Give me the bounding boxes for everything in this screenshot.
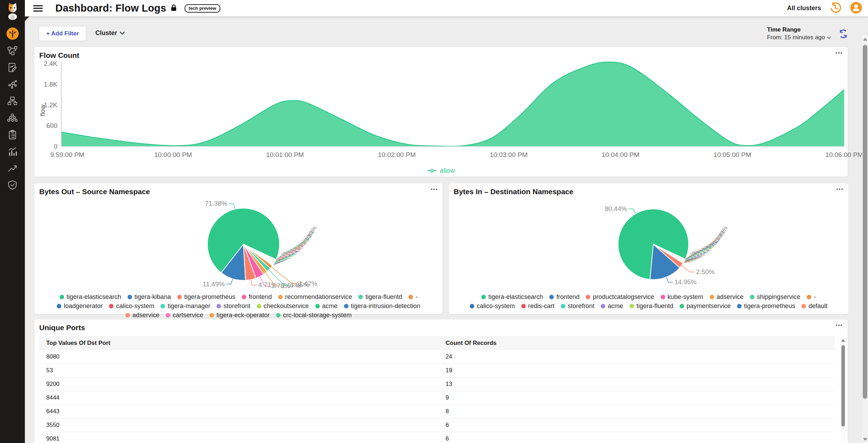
history-clock-icon[interactable] [829, 2, 841, 15]
legend-dot-icon [561, 304, 565, 308]
legend-item-default[interactable]: default [801, 302, 827, 310]
x-tick-label: 10:06:00 PM [825, 151, 863, 158]
legend-item-checkoutservice[interactable]: checkoutservice [257, 302, 309, 310]
legend-item-cartservice[interactable]: cartservice [166, 312, 203, 319]
legend-item-crc-local-storage-system[interactable]: crc-local-storage-system [276, 312, 352, 319]
legend-item-tigera-elasticsearch[interactable]: tigera-elasticsearch [481, 293, 543, 301]
clipboard-icon [7, 129, 18, 140]
scroll-down-icon[interactable] [863, 438, 867, 441]
molecule-graph-icon [7, 79, 18, 90]
legend-item-tigera-manager[interactable]: tigera-manager [160, 302, 210, 310]
legend-label: adservice [717, 293, 744, 301]
legend-item-productcatalogservice[interactable]: productcatalogservice [586, 293, 654, 301]
top-bar: Dashboard: Flow Logs tech preview All cl… [25, 0, 868, 16]
legend-item-adservice[interactable]: adservice [125, 312, 159, 319]
scroll-up-icon[interactable] [863, 38, 867, 41]
legend-dot-icon [166, 313, 170, 318]
page-scrollbar[interactable] [862, 35, 868, 443]
legend-item-frontend[interactable]: frontend [549, 293, 579, 301]
legend-item-tigera-prometheus[interactable]: tigera-prometheus [737, 302, 795, 310]
legend-item-tigera-fluentd[interactable]: tigera-fluentd [629, 302, 673, 310]
legend-label: tigera-elasticsearch [488, 293, 543, 301]
cell-dst-port: 53 [39, 364, 439, 377]
user-avatar-icon[interactable] [850, 1, 862, 15]
legend-dot-icon [125, 313, 130, 318]
bytes-out-legend: tigera-elasticsearchtigera-kibanatigera-… [39, 293, 438, 319]
legend-item-recommendationservice[interactable]: recommendationservice [278, 293, 352, 301]
flow-count-chart: 06001.2K1.8K2.4K9:59:00 PM10:00:00 PM10:… [39, 60, 844, 165]
legend-item-acme[interactable]: acme [315, 302, 338, 310]
legend-item-tigera-intrusion-detection[interactable]: tigera-intrusion-detection [344, 302, 420, 310]
legend-dot-icon [470, 304, 474, 308]
legend-item-shippingservice[interactable]: shippingservice [750, 293, 800, 301]
legend-item-adservice[interactable]: adservice [710, 293, 744, 301]
sidebar-item-threat-defense[interactable] [5, 179, 20, 191]
sidebar-item-service-graph[interactable] [5, 45, 20, 56]
legend-dot-icon [57, 304, 61, 308]
sidebar-item-endpoints[interactable] [5, 112, 20, 123]
flow-legend-item[interactable]: allow [39, 167, 843, 175]
table-row: 5319 [39, 364, 835, 377]
more-menu-icon[interactable] [430, 188, 437, 191]
legend-item-calico-system[interactable]: calico-system [109, 302, 154, 310]
legend-item-storefront[interactable]: storefront [561, 302, 594, 310]
pie-percent-label: 14.95% [674, 278, 696, 286]
legend-item-acme[interactable]: acme [601, 302, 623, 310]
cell-count: 19 [439, 364, 835, 377]
cluster-scope-selector[interactable]: All clusters [787, 5, 821, 12]
add-filter-button[interactable]: + Add Filter [39, 26, 86, 41]
hamburger-menu-icon[interactable] [33, 5, 43, 12]
legend-dot-icon [680, 304, 684, 308]
legend-item-frontend[interactable]: frontend [242, 293, 272, 301]
legend-item-tigera-eck-operator[interactable]: tigera-eck-operator [209, 312, 270, 319]
legend-item-paymentservice[interactable]: paymentservice [680, 302, 731, 310]
legend-label: crc-local-storage-system [283, 312, 352, 319]
legend-dot-icon [209, 313, 214, 318]
legend-item-tigera-kibana[interactable]: tigera-kibana [128, 293, 171, 301]
legend-item-redis-cart[interactable]: redis-cart [521, 302, 554, 310]
time-range-value[interactable]: From: 15 minutes ago [767, 34, 831, 41]
legend-item-tigera-elasticsearch[interactable]: tigera-elasticsearch [60, 293, 121, 301]
legend-item-calico-system[interactable]: calico-system [470, 302, 515, 310]
pie-percent-label: 1.47% [298, 280, 317, 287]
legend-item-tigera-prometheus[interactable]: tigera-prometheus [177, 293, 235, 301]
cell-count: 9 [439, 391, 835, 405]
sidebar-item-logs[interactable] [5, 62, 20, 73]
table-row: 64438 [39, 405, 835, 418]
more-menu-icon[interactable] [835, 188, 843, 191]
sidebar-item-dashboard[interactable] [5, 28, 20, 39]
legend-label: - [814, 293, 816, 301]
more-menu-icon[interactable] [835, 323, 842, 327]
area-series-allow[interactable] [61, 62, 844, 146]
legend-item-storefront[interactable]: storefront [216, 302, 250, 310]
legend-dot-icon [216, 304, 221, 308]
label-leader-line [682, 266, 695, 272]
sidebar-item-connections[interactable] [5, 79, 20, 90]
sidebar-item-compliance[interactable] [5, 129, 20, 140]
legend-item-loadgenerator[interactable]: loadgenerator [57, 302, 103, 310]
cluster-filter-dropdown[interactable]: Cluster [95, 29, 125, 37]
chevron-down-icon [827, 36, 831, 39]
scroll-up-icon[interactable] [841, 339, 845, 342]
refresh-icon[interactable] [839, 29, 848, 40]
legend-item-kube-system[interactable]: kube-system [661, 293, 703, 301]
unique-ports-panel: Unique Ports Top Values Of Dst Port Coun… [34, 319, 848, 443]
legend-item-tigera-fluentd[interactable]: tigera-fluentd [358, 293, 402, 301]
scrollbar-thumb[interactable] [863, 45, 867, 399]
scrollbar-thumb[interactable] [841, 345, 845, 427]
more-menu-icon[interactable] [835, 51, 842, 55]
legend-item--[interactable]: - [807, 293, 816, 301]
legend-label: kube-system [668, 293, 703, 301]
legend-dot-icon [177, 295, 182, 299]
legend-dot-icon [661, 295, 665, 299]
sidebar-item-statistics[interactable] [5, 146, 20, 157]
sidebar-item-network[interactable] [5, 95, 20, 107]
cell-count: 6 [439, 432, 835, 443]
legend-item--[interactable]: - [408, 293, 418, 301]
legend-marker-icon [427, 169, 437, 173]
calico-cat-logo[interactable] [5, 2, 21, 22]
table-scrollbar[interactable] [841, 338, 846, 443]
sidebar-item-trends[interactable] [5, 163, 20, 174]
legend-dot-icon [109, 304, 113, 308]
legend-dot-icon [586, 295, 590, 299]
